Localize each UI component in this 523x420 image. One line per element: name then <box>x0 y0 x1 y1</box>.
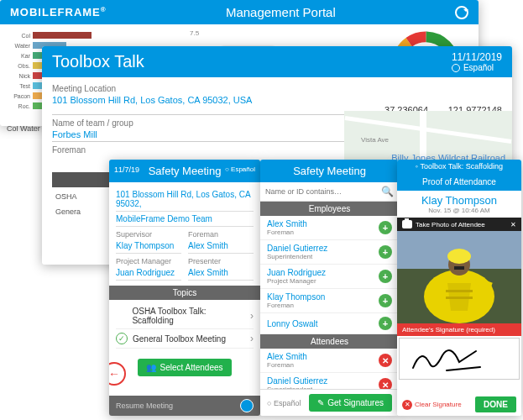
location-field[interactable]: 101 Blossom Hill Rd, Los Gatos, CA 95032… <box>52 93 368 115</box>
svg-rect-8 <box>446 290 473 292</box>
topics-header: Topics <box>109 286 260 300</box>
portal-title: Management Portal <box>107 5 455 19</box>
employees-header: Employees <box>260 202 399 216</box>
search-input[interactable] <box>265 187 378 196</box>
phone-header: 11/7/19 Safety Meeting ○ Español <box>109 160 260 182</box>
signature-pad[interactable] <box>399 338 520 380</box>
resume-link[interactable]: Resume Meeting <box>116 402 173 410</box>
portal-header: MOBILEFRAME® Management Portal <box>0 0 479 24</box>
done-button[interactable]: DONE <box>475 396 516 412</box>
language-toggle[interactable]: Español <box>452 63 502 72</box>
footer-bar: Resume Meeting <box>109 396 260 416</box>
chevron-right-icon: › <box>250 310 254 322</box>
refresh-icon[interactable] <box>455 6 468 19</box>
employee-row[interactable]: Lonny Oswalt+ <box>260 313 399 334</box>
address-field[interactable]: 101 Blossom Hill Rd, Los Gatos, CA 95032… <box>116 187 254 212</box>
supervisor-select[interactable]: Klay Thompson <box>116 239 181 254</box>
select-attendees-button[interactable]: 👥 Select Attendees <box>138 359 231 376</box>
check-icon: ✓ <box>116 333 128 344</box>
add-icon[interactable]: + <box>379 270 392 283</box>
safety-meeting-attendees: Safety Meeting 🔍 Employees Alex SmithFor… <box>260 160 399 416</box>
employee-row[interactable]: Daniel GutierrezSuperintendent+ <box>260 240 399 265</box>
attendees-header: Attendees <box>260 334 399 349</box>
proof-of-attendance: ◦ Toolbox Talk: Scaffolding Proof of Att… <box>397 160 521 416</box>
add-icon[interactable]: + <box>379 245 392 259</box>
photo-bar[interactable]: Take Photo of Attendee✕ <box>397 218 521 231</box>
bar-row: Col <box>7 31 133 39</box>
topic-item[interactable]: ✓General Toolbox Meeting› <box>116 329 254 349</box>
svg-point-11 <box>447 249 471 264</box>
add-icon[interactable]: + <box>379 317 392 330</box>
axis-tick: 7.5 <box>190 29 199 37</box>
field-label: Meeting Location <box>52 84 502 93</box>
phone-header: Safety Meeting <box>260 160 399 182</box>
close-icon[interactable]: ✕ <box>510 221 516 228</box>
brand-logo: MOBILEFRAME® <box>10 6 107 18</box>
language-toggle[interactable]: ○ Español <box>267 399 301 407</box>
svg-rect-9 <box>446 297 473 299</box>
ttalk-title: Toolbox Talk <box>52 52 144 71</box>
attendee-name: Klay Thompson <box>397 191 521 207</box>
chevron-right-icon: › <box>250 333 254 344</box>
field-label: Name of team / group <box>52 118 348 128</box>
employee-row[interactable]: Juan RodriguezProject Manager+ <box>260 265 399 289</box>
remove-icon[interactable]: ✕ <box>379 354 392 367</box>
clear-signature-button[interactable]: ✕Clear Signature <box>402 400 462 410</box>
employee-row[interactable]: Alex SmithForeman+ <box>260 216 399 240</box>
attendee-photo[interactable] <box>397 231 521 323</box>
camera-icon <box>402 220 412 228</box>
timestamp: Nov. 15 @ 10:46 AM <box>397 207 521 218</box>
proof-title: Proof of Attendance <box>397 173 521 191</box>
proof-subheader: ◦ Toolbox Talk: Scaffolding <box>397 160 521 173</box>
presenter-select[interactable]: Alex Smith <box>188 265 254 281</box>
pm-select[interactable]: Juan Rodriguez <box>116 265 181 281</box>
globe-icon[interactable] <box>240 399 254 412</box>
attendee-row[interactable]: Alex SmithForeman✕ <box>260 349 399 373</box>
get-signatures-button[interactable]: ✎ Get Signatures <box>309 394 392 412</box>
employee-row[interactable]: Klay ThompsonForeman+ <box>260 289 399 313</box>
language-toggle[interactable]: ○ Español <box>225 165 255 173</box>
ttalk-header: Toolbox Talk 11/11/2019 Español <box>42 46 512 77</box>
team-field[interactable]: MobileFrame Demo Team <box>116 212 254 227</box>
topic-item[interactable]: OSHA Toolbox Talk: Scaffolding› <box>116 303 254 329</box>
add-icon[interactable]: + <box>379 221 392 234</box>
foreman-select[interactable]: Alex Smith <box>188 239 254 254</box>
search-bar[interactable]: 🔍 <box>260 182 399 202</box>
svg-rect-12 <box>454 266 464 270</box>
add-icon[interactable]: + <box>379 294 392 307</box>
search-icon[interactable]: 🔍 <box>381 186 394 197</box>
safety-meeting-form: 11/7/19 Safety Meeting ○ Español 101 Blo… <box>109 160 260 416</box>
ttalk-date: 11/11/2019 <box>452 51 502 63</box>
signature-label: Attendee's Signature (required) <box>397 323 521 336</box>
team-field[interactable]: Forbes Mill <box>52 128 348 142</box>
